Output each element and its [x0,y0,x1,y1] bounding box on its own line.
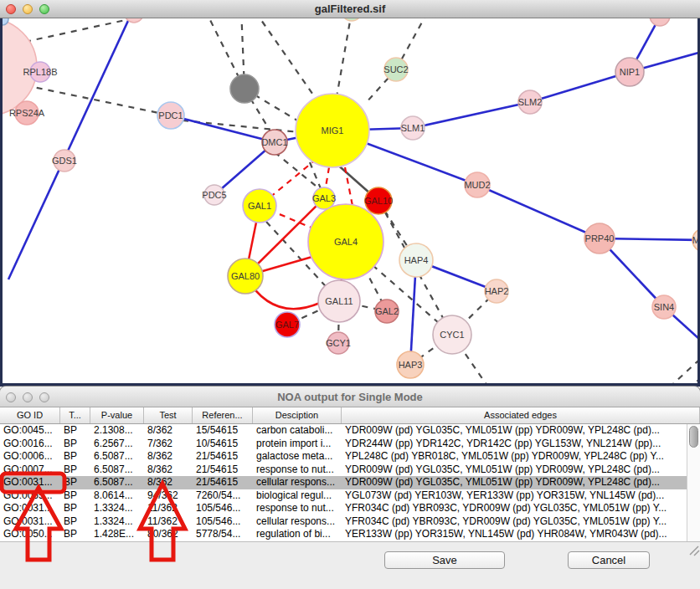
table-cell: GO:0006... [0,450,60,464]
table-cell: cellular respons... [253,515,342,529]
network-edge[interactable] [682,361,700,387]
save-button[interactable]: Save [384,551,505,569]
scrollbar-thumb[interactable] [689,426,698,448]
node-nip1[interactable] [615,58,644,86]
table-row[interactable]: GO:0065...BP8.0614...94/3627260/54...bio… [0,489,687,503]
node-slm2[interactable] [518,90,542,114]
column-header-p-value[interactable]: P-value [90,407,144,423]
table-cell: 8/362 [144,464,193,477]
network-svg: RPL18BRPS24AGDS1PDC1DMC1MIG1SUC2SLM1SLM2… [0,18,700,387]
node-slm1[interactable] [401,116,425,140]
node-gal4[interactable] [308,204,383,279]
table-cell: galactose meta... [253,450,342,464]
node-gal80[interactable] [228,259,263,294]
table-row[interactable]: GO:0031...BP1.3324...11/362105/546...cel… [0,515,687,529]
table-cell: YGL073W (pd) YER103W, YER133W (pp) YOR31… [342,489,687,503]
network-edge[interactable] [477,185,600,238]
table-cell: carbon cataboli... [253,424,342,438]
table-row[interactable]: GO:0007...BP6.5087...8/36221/54615respon… [0,464,687,477]
cancel-button[interactable]: Cancel [568,551,650,569]
column-header-desciption[interactable]: Desciption [253,407,342,423]
node-pdc5[interactable] [204,185,224,205]
table-cell: YFR034C (pd) YBR093C, YDR009W (pd) YGL03… [342,515,687,529]
column-header-t-[interactable]: T... [60,407,90,423]
node-msl5[interactable] [692,228,700,252]
node-rpl18b[interactable] [30,62,50,82]
noa-window: NOA output for Single Mode GO IDT...P-va… [0,387,700,589]
node-pdc1[interactable] [157,102,184,129]
table-cell: BP [60,502,90,515]
table-cell: GO:0045... [0,424,60,438]
node-hap2[interactable] [485,279,508,303]
node-mud2[interactable] [465,172,490,197]
node-hap3[interactable] [397,351,424,378]
node-hap4[interactable] [399,243,433,277]
node-gal3[interactable] [313,187,335,209]
network-window: galFiltered.sif RPL18BRPS24AGDS1PDC1DMC1… [0,0,700,387]
node-gds1[interactable] [54,150,75,172]
node-gal1[interactable] [243,189,276,223]
column-header-test[interactable]: Test [144,407,193,423]
node-suc2[interactable] [384,58,408,81]
node-gal7[interactable] [275,312,300,337]
table-cell: 8.0614... [90,489,144,503]
table-cell: BP [60,424,90,438]
table-cell: YDR009W (pd) YGL035C, YML051W (pp) YDR00… [342,476,687,489]
table-cell: GO:0031... [0,515,60,529]
node-sin4[interactable] [652,295,676,319]
table-row[interactable]: GO:0016...BP6.2567...7/36210/54615protei… [0,438,687,451]
table-cell: 5778/54... [193,528,253,541]
network-edge[interactable] [666,351,700,387]
table-cell: cellular respons... [253,476,342,489]
table-header: GO IDT...P-valueTestReferen...Desciption… [0,407,700,424]
table-cell: GO:0031... [0,476,60,489]
node-mig1[interactable] [296,94,369,167]
table-row[interactable]: GO:0006...BP6.5087...8/36221/54615galact… [0,450,687,464]
column-header-associated-edges[interactable]: Associated edges [342,407,700,423]
node-gray-node[interactable] [230,74,259,103]
node-dmc1[interactable] [262,130,287,155]
table-cell: GO:0031... [0,502,60,515]
table-row[interactable]: GO:0050...BP1.428E...80/3625778/54...reg… [0,528,687,541]
node-pink-topright[interactable] [650,18,670,26]
node-cyc1[interactable] [433,315,471,354]
table-cell: YDR009W (pd) YGL035C, YML051W (pp) YDR00… [342,464,687,477]
table-cell: BP [60,528,90,541]
table-cell: YER133W (pp) YOR315W, YNL145W (pd) YHR08… [342,528,687,541]
table-cell: BP [60,476,90,489]
table-row[interactable]: GO:0031...BP1.3324...11/362105/546...res… [0,502,687,515]
network-edge[interactable] [25,85,171,115]
table-cell: protein import i... [253,438,342,451]
network-edge[interactable] [255,18,318,102]
divider [0,541,700,542]
column-header-go-id[interactable]: GO ID [0,407,60,423]
table-cell: 11/362 [144,502,193,515]
network-edge[interactable] [413,102,530,128]
node-prp40[interactable] [584,223,615,254]
table-row[interactable]: GO:0031...BP6.5087...8/36221/54615cellul… [0,476,687,489]
table-cell: BP [60,464,90,477]
table-cell: response to nut... [253,502,342,515]
node-gal2[interactable] [375,300,399,323]
network-window-titlebar: galFiltered.sif [0,0,700,18]
network-edge[interactable] [337,18,352,97]
node-green-top[interactable] [342,18,362,21]
table-cell: BP [60,450,90,464]
network-edge[interactable] [25,18,172,42]
table-row[interactable]: GO:0045...BP2.1308...8/36215/54615carbon… [0,424,687,438]
network-canvas[interactable]: RPL18BRPS24AGDS1PDC1DMC1MIG1SUC2SLM1SLM2… [0,18,700,387]
vertical-scrollbar[interactable] [687,424,700,541]
node-gal11[interactable] [318,280,360,322]
table-cell: 2.1308... [90,424,144,438]
table-cell: 15/54615 [193,424,253,438]
node-gal10[interactable] [365,187,392,214]
table-cell: GO:0007... [0,464,60,477]
resize-grip-icon[interactable] [687,543,700,556]
column-header-referen-[interactable]: Referen... [193,407,253,423]
node-rps24a[interactable] [15,101,39,125]
network-edge[interactable] [171,115,275,142]
node-gcy1[interactable] [327,332,349,354]
noa-titlebar: NOA output for Single Mode [0,387,700,407]
table-cell: regulation of bi... [253,528,342,541]
network-edge[interactable] [530,72,630,102]
